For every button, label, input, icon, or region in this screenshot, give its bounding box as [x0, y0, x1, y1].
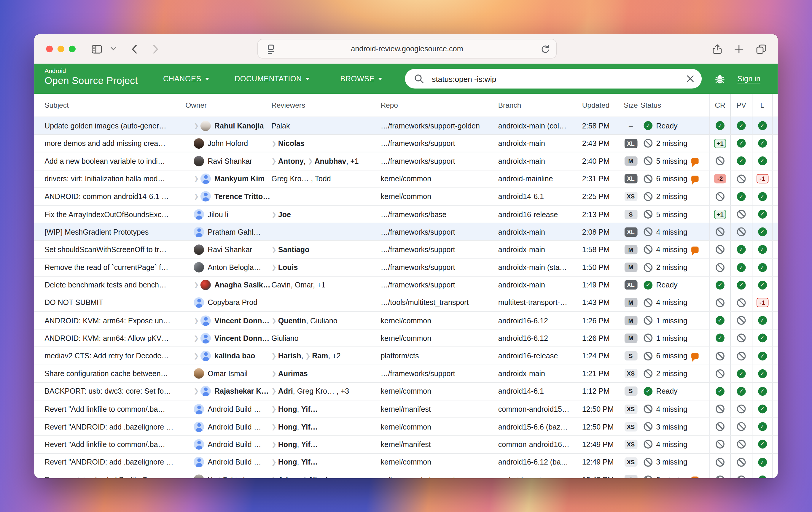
cell-branch[interactable]: common-android15…: [498, 400, 582, 418]
close-window-button[interactable]: [46, 46, 53, 53]
cell-repo[interactable]: kernel/common: [380, 312, 498, 329]
owner-name[interactable]: Android Build …: [208, 405, 261, 413]
sidebar-chevron-down-icon[interactable]: [110, 47, 122, 58]
reviewer-name[interactable]: Palak: [271, 122, 290, 130]
reviewer-name[interactable]: Louis: [278, 263, 298, 272]
cell-branch[interactable]: androidx-main: [498, 152, 582, 170]
table-row[interactable]: BACKPORT: usb: dwc3: core: Set fo…❯Rajas…: [34, 382, 778, 400]
table-row[interactable]: drivers: virt: Initialization halla mod……: [34, 170, 778, 188]
owner-name[interactable]: Rahul Kanojia: [214, 122, 264, 130]
reload-icon[interactable]: [540, 44, 551, 55]
table-row[interactable]: Add a new boolean variable to indi…Ravi …: [34, 152, 778, 170]
cell-repo[interactable]: …/frameworks/support: [380, 135, 498, 152]
table-row[interactable]: Revert "ANDROID: add .bazelignore …Andro…: [34, 418, 778, 435]
reviewer-name[interactable]: Yif…: [301, 458, 318, 466]
cell-branch[interactable]: android16-6.12: [498, 330, 582, 347]
search-input[interactable]: [431, 74, 686, 84]
reviewer-name[interactable]: Hong: [278, 422, 297, 431]
cell-repo[interactable]: …/frameworks/support: [380, 241, 498, 258]
cell-branch[interactable]: androidx-main: [498, 135, 582, 152]
table-row[interactable]: Share configuration cache between…Omar I…: [34, 365, 778, 382]
column-header-subject[interactable]: Subject: [45, 94, 185, 117]
column-header-pv[interactable]: PV: [730, 94, 752, 117]
forward-icon[interactable]: [150, 44, 161, 55]
nav-changes[interactable]: CHANGES: [163, 64, 209, 94]
nav-documentation[interactable]: DOCUMENTATION: [235, 64, 310, 94]
owner-name[interactable]: Android Build …: [208, 458, 261, 466]
zoom-window-button[interactable]: [69, 46, 76, 53]
column-header-size[interactable]: Size: [621, 94, 641, 117]
owner-name[interactable]: Vincent Donn…: [214, 316, 269, 324]
cell-repo[interactable]: …/frameworks/support-golden: [380, 117, 498, 134]
column-header-branch[interactable]: Branch: [498, 94, 582, 117]
cell-repo[interactable]: …/frameworks/support: [380, 152, 498, 170]
owner-name[interactable]: Ravi Shankar: [208, 157, 252, 165]
reviewer-name[interactable]: Giuliano: [271, 334, 299, 342]
column-header-reviewers[interactable]: Reviewers: [271, 94, 380, 117]
cell-repo[interactable]: …/frameworks/support: [380, 365, 498, 382]
sidebar-icon[interactable]: [91, 44, 102, 55]
cell-repo[interactable]: …/frameworks/support: [380, 259, 498, 276]
cell-branch[interactable]: multitest-transport-…: [498, 294, 582, 311]
cell-repo[interactable]: kernel/common: [380, 454, 498, 471]
cell-branch[interactable]: android16-release: [498, 347, 582, 365]
reviewer-name[interactable]: Hong: [278, 458, 297, 466]
search-bar[interactable]: [405, 69, 702, 88]
column-header-cr[interactable]: CR: [709, 94, 730, 117]
tab-overview-icon[interactable]: [756, 44, 767, 55]
reviewer-name[interactable]: Nicolas: [278, 139, 304, 147]
reviewer-name[interactable]: Greg Kro… , Todd: [271, 175, 331, 183]
cell-branch[interactable]: androidx-main: [498, 223, 582, 240]
owner-name[interactable]: John Hoford: [208, 139, 248, 147]
table-row[interactable]: Remove the read of `currentPage` f…Anton…: [34, 258, 778, 276]
cell-branch[interactable]: android14-6.1: [498, 188, 582, 205]
table-row[interactable]: Revert "Add linkfile to common/.ba…Andro…: [34, 400, 778, 418]
cell-branch[interactable]: android14-6.1: [498, 383, 582, 400]
reviewer-name[interactable]: Adam: [278, 476, 299, 478]
cell-branch[interactable]: androidx-main (col…: [498, 117, 582, 134]
app-logo[interactable]: Android Open Source Project: [45, 68, 138, 86]
table-row[interactable]: Set shouldScanWithScreenOff to tr…Ravi S…: [34, 240, 778, 258]
cell-repo[interactable]: kernel/common: [380, 330, 498, 347]
reviewer-name[interactable]: Hong: [278, 440, 297, 449]
cell-repo[interactable]: kernel/manifest: [380, 400, 498, 418]
cell-repo[interactable]: kernel/common: [380, 170, 498, 188]
reviewer-name[interactable]: Yif…: [301, 405, 318, 413]
cell-branch[interactable]: android16-6.12 (ba…: [498, 454, 582, 471]
owner-name[interactable]: Pratham Gahl…: [208, 228, 261, 236]
cell-repo[interactable]: …/frameworks/support: [380, 472, 498, 478]
cell-repo[interactable]: …/frameworks/support: [380, 223, 498, 240]
owner-name[interactable]: Copybara Prod: [208, 299, 257, 307]
owner-name[interactable]: Vincent Donn…: [214, 334, 269, 342]
column-header-l[interactable]: L: [752, 94, 773, 117]
owner-name[interactable]: Anton Belogla…: [208, 263, 261, 272]
reviewer-name[interactable]: Joe: [278, 210, 291, 218]
cell-branch[interactable]: common-android16…: [498, 436, 582, 453]
reviewer-name[interactable]: Nicolas: [310, 476, 336, 478]
cell-branch[interactable]: androidx-main (sta…: [498, 259, 582, 276]
sign-in-link[interactable]: Sign in: [737, 64, 760, 94]
table-row[interactable]: [WIP] MeshGradient PrototypesPratham Gah…: [34, 223, 778, 240]
cell-branch[interactable]: android16-release: [498, 205, 582, 223]
report-bug-icon[interactable]: [713, 73, 726, 86]
cell-repo[interactable]: …/frameworks/support: [380, 277, 498, 294]
reviewer-name[interactable]: Yif…: [301, 440, 318, 449]
reviewer-name[interactable]: Anubhav: [314, 157, 346, 165]
table-row[interactable]: ANDROID: KVM: arm64: Allow pKV…❯Vincent …: [34, 329, 778, 347]
cell-branch[interactable]: android16-6.12: [498, 312, 582, 329]
owner-name[interactable]: Yuri Schimke: [208, 476, 251, 478]
owner-name[interactable]: Anagha Sasik…: [214, 281, 270, 289]
table-row[interactable]: Revert "ANDROID: add .bazelignore …Andro…: [34, 453, 778, 471]
owner-name[interactable]: Jilou li: [208, 210, 228, 218]
reviewer-name[interactable]: Harish: [278, 352, 301, 360]
nav-browse[interactable]: BROWSE: [340, 64, 382, 94]
cell-repo[interactable]: kernel/manifest: [380, 436, 498, 453]
cell-branch[interactable]: android15-6.6 (baz…: [498, 418, 582, 435]
table-row[interactable]: Update golden images (auto-gener…❯Rahul …: [34, 117, 778, 134]
cell-repo[interactable]: kernel/common: [380, 188, 498, 205]
owner-name[interactable]: Ravi Shankar: [208, 246, 252, 254]
cell-repo[interactable]: …/tools/multitest_transport: [380, 294, 498, 311]
owner-name[interactable]: Android Build …: [208, 422, 261, 431]
owner-name[interactable]: Omar Ismail: [208, 369, 248, 378]
reviewer-name[interactable]: Santiago: [278, 246, 309, 254]
